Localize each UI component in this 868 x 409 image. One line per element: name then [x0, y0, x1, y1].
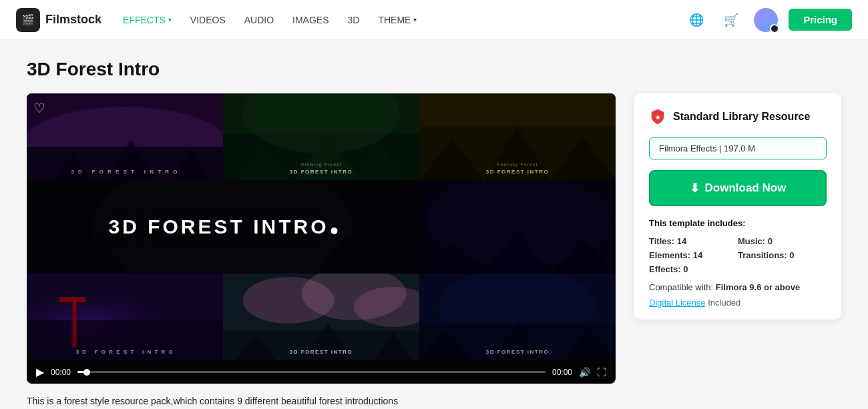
volume-icon[interactable]: 🔊	[579, 367, 590, 378]
main-cell-title: 3D FOREST INTRO	[108, 216, 337, 238]
video-cell-7: 3D FOREST INTRO	[419, 274, 616, 360]
cell-3-bg	[419, 93, 616, 180]
progress-thumb	[83, 369, 90, 376]
video-cell-4	[419, 180, 616, 274]
video-cell-5: 3 D F O R E S T I N T R O	[27, 274, 223, 360]
download-button[interactable]: ⬇ Download Now	[649, 170, 827, 206]
effects-stat: Effects: 0	[649, 264, 738, 274]
description: This is a forest style resource pack,whi…	[27, 396, 841, 406]
cell-3-subtitle: Fantasy Forest	[419, 162, 616, 167]
cell-6-text: 3D FOREST INTRO	[223, 349, 419, 355]
cell-7-text: 3D FOREST INTRO	[419, 349, 616, 355]
elements-value: 14	[693, 250, 702, 260]
main-content: 3D Forest Intro ♡	[0, 40, 868, 409]
music-label: Music:	[738, 236, 765, 246]
video-controls: ▶ 00:00 00:00 🔊 ⛶	[27, 360, 616, 384]
compatible-info: Compatible with: Filmora 9.6 or above	[649, 282, 827, 292]
main-title-text: 3D FOREST INTRO	[108, 216, 329, 238]
logo-icon: 🎬	[16, 8, 40, 32]
nav-links: EFFECTS ▾ VIDEOS AUDIO IMAGES 3D THEME ▾	[123, 15, 663, 25]
logo[interactable]: 🎬 Filmstock	[16, 8, 101, 32]
download-icon: ⬇	[690, 181, 700, 195]
svg-rect-31	[73, 300, 77, 347]
elements-stat: Elements: 14	[649, 250, 738, 260]
digital-license-info: Digital License Included	[649, 298, 827, 308]
cell-3-text: 3D FOREST INTRO	[419, 169, 616, 175]
compatible-label: Compatible with:	[649, 282, 713, 292]
nav-effects[interactable]: EFFECTS ▾	[123, 15, 172, 25]
total-time: 00:00	[552, 368, 572, 377]
nav-audio[interactable]: AUDIO	[244, 15, 274, 25]
titles-value: 14	[677, 236, 686, 246]
cart-icon-button[interactable]: 🛒	[719, 8, 743, 32]
template-stats-grid: Titles: 14 Music: 0 Elements: 14 Transit…	[649, 236, 827, 274]
video-cell-6: 3D FOREST INTRO	[223, 274, 419, 360]
template-includes-label: This template includes:	[649, 218, 827, 228]
navbar: 🎬 Filmstock EFFECTS ▾ VIDEOS AUDIO IMAGE…	[0, 0, 868, 40]
nav-right: 🌐 🛒 Pricing	[684, 8, 852, 32]
cell-5-text: 3 D F O R E S T I N T R O	[27, 349, 223, 355]
shield-icon: ★	[649, 108, 666, 125]
music-value: 0	[768, 236, 773, 246]
resource-header: ★ Standard Library Resource	[649, 108, 827, 125]
title-dot	[331, 228, 338, 234]
page-title: 3D Forest Intro	[27, 59, 841, 80]
effects-value: 0	[683, 264, 688, 274]
avatar[interactable]	[754, 8, 778, 32]
cell-7-bg	[419, 274, 616, 360]
cell-1-bg	[27, 93, 223, 180]
video-wrapper: ♡ 3 D F O R E	[27, 93, 616, 384]
effects-label: Effects:	[649, 264, 681, 274]
video-cell-1: 3 D F O R E S T I N T R O	[27, 93, 223, 180]
compatible-app: Filmora 9.6 or above	[716, 282, 800, 292]
cell-2-bg	[223, 93, 419, 180]
heart-button[interactable]: ♡	[33, 100, 45, 116]
svg-rect-32	[59, 297, 85, 302]
play-button[interactable]: ▶	[36, 366, 44, 378]
logo-text: Filmstock	[45, 13, 101, 27]
nav-3d[interactable]: 3D	[348, 15, 360, 25]
effects-chevron-icon: ▾	[168, 16, 172, 23]
fullscreen-button[interactable]: ⛶	[597, 367, 606, 378]
right-panel: ★ Standard Library Resource Filmora Effe…	[634, 93, 841, 384]
nav-theme[interactable]: THEME ▾	[378, 15, 417, 25]
download-label: Download Now	[705, 181, 787, 195]
elements-label: Elements:	[649, 250, 690, 260]
progress-bar[interactable]	[77, 371, 546, 373]
theme-chevron-icon: ▾	[413, 16, 417, 23]
video-cell-main: 3D FOREST INTRO	[27, 180, 419, 274]
nav-videos[interactable]: VIDEOS	[190, 15, 226, 25]
file-info-badge: Filmora Effects | 197.0 M	[649, 137, 827, 159]
music-stat: Music: 0	[738, 236, 827, 246]
pricing-button[interactable]: Pricing	[789, 9, 852, 31]
video-grid: 3 D F O R E S T I N T R O 3D FOREST INTR…	[27, 93, 616, 360]
resource-title: Standard Library Resource	[673, 111, 810, 123]
video-cell-2: 3D FOREST INTRO Glowing Forest	[223, 93, 419, 180]
cell-1-text: 3 D F O R E S T I N T R O	[27, 169, 223, 175]
file-info-text: Filmora Effects | 197.0 M	[659, 143, 755, 153]
nav-images[interactable]: IMAGES	[292, 15, 329, 25]
cell-2-subtitle: Glowing Forest	[223, 162, 419, 167]
cell-2-text: 3D FOREST INTRO	[223, 169, 419, 175]
content-area: ♡ 3 D F O R E	[27, 93, 841, 384]
avatar-badge	[770, 24, 779, 33]
cell-5-bg	[27, 274, 223, 360]
transitions-label: Transitions:	[738, 250, 787, 260]
cell-4-bg	[419, 180, 616, 274]
globe-icon-button[interactable]: 🌐	[684, 8, 708, 32]
current-time: 00:00	[51, 368, 71, 377]
video-panel: ♡ 3 D F O R E	[27, 93, 616, 384]
resource-card: ★ Standard Library Resource Filmora Effe…	[634, 93, 841, 320]
transitions-value: 0	[789, 250, 794, 260]
cell-6-bg	[223, 274, 419, 360]
titles-label: Titles:	[649, 236, 674, 246]
titles-stat: Titles: 14	[649, 236, 738, 246]
transitions-stat: Transitions: 0	[738, 250, 827, 260]
digital-license-link[interactable]: Digital License	[649, 298, 706, 308]
svg-text:★: ★	[655, 114, 661, 121]
license-suffix-text: Included	[708, 298, 740, 308]
video-cell-3: 3D FOREST INTRO Fantasy Forest	[419, 93, 616, 180]
